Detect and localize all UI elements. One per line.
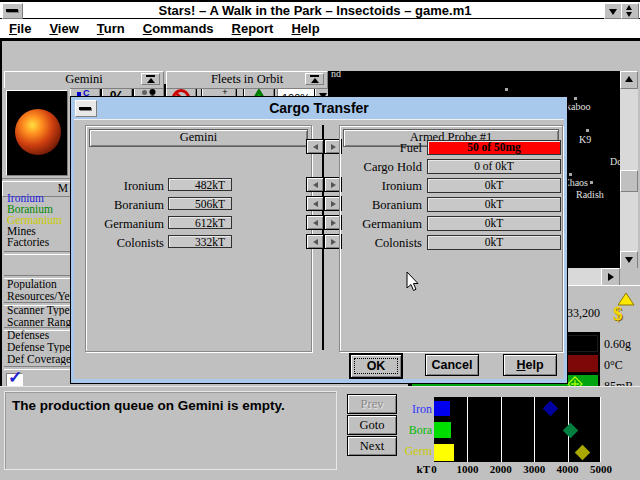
- right-arrow-icon: [331, 220, 336, 226]
- right-arrow-icon: [331, 201, 336, 207]
- tab-gemini-collapse-button[interactable]: [141, 73, 160, 85]
- scroll-right-icon: [608, 273, 614, 281]
- sidebar-item-germanium[interactable]: Germanium: [7, 215, 71, 226]
- sidebar-item-scanner-type[interactable]: Scanner Type: [7, 305, 71, 316]
- right-arrow-icon: [331, 239, 336, 245]
- boranium-transfer-left-button[interactable]: [306, 196, 324, 211]
- left-arrow-icon: [313, 201, 318, 207]
- ok-button[interactable]: OK: [349, 353, 403, 379]
- source-boranium-value: 506kT: [168, 197, 232, 210]
- dest-row-label: Colonists: [342, 236, 422, 251]
- star-name: kaboo: [566, 101, 590, 112]
- tab-gemini-label: Gemini: [5, 72, 163, 87]
- gravity-value: 0.60g: [604, 337, 631, 352]
- system-menu-dash-icon: [6, 9, 18, 12]
- system-menu-button[interactable]: [2, 3, 23, 19]
- sidebar-item-population[interactable]: Population: [7, 279, 71, 290]
- menu-commands[interactable]: Commands: [143, 21, 214, 36]
- left-arrow-icon: [313, 144, 318, 150]
- dest-colonists-gauge: 0kT: [427, 235, 561, 250]
- collapse-icon: [146, 75, 155, 77]
- help-button[interactable]: Help: [503, 354, 557, 376]
- goto-button[interactable]: Goto: [347, 415, 397, 435]
- menu-report[interactable]: Report: [232, 21, 274, 36]
- chart-concentration-diamond: [563, 422, 579, 438]
- menu-turn[interactable]: Turn: [97, 21, 125, 36]
- source-colonists-value: 332kT: [168, 235, 232, 248]
- chart-surface-bar: [434, 401, 450, 416]
- scroll-thumb[interactable]: [620, 170, 638, 192]
- source-row-label: Colonists: [84, 236, 164, 251]
- chart-label-bora: Bora: [400, 423, 432, 438]
- dialog-title-bar[interactable]: Cargo Transfer: [72, 98, 566, 118]
- dest-boranium-gauge: 0kT: [427, 197, 561, 212]
- left-arrow-icon: [313, 182, 318, 188]
- minimize-button[interactable]: [604, 3, 622, 19]
- prev-button-label: Prev: [361, 397, 384, 412]
- dialog-system-menu-button[interactable]: [75, 100, 97, 117]
- sidebar-item-defense-type[interactable]: Defense Type: [7, 342, 71, 353]
- chart-gridline: [501, 397, 502, 462]
- scroll-up-button[interactable]: [620, 71, 638, 89]
- star-dot: [590, 181, 593, 184]
- scroll-down-button[interactable]: [620, 251, 638, 269]
- tab-gemini[interactable]: Gemini: [4, 71, 164, 89]
- star-dot: [574, 97, 577, 100]
- left-arrow-icon: [313, 239, 318, 245]
- sidebar-item-defenses[interactable]: Defenses: [7, 330, 71, 341]
- sidebar-item-resources[interactable]: Resources/Year: [7, 291, 71, 302]
- sidebar-item-mines[interactable]: Mines: [7, 226, 71, 237]
- tab-fleets-in-orbit[interactable]: Fleets in Orbit: [166, 71, 328, 89]
- ok-button-label: OK: [367, 359, 386, 373]
- cancel-button[interactable]: Cancel: [425, 354, 479, 376]
- menu-view[interactable]: View: [49, 21, 78, 36]
- collapse-icon-triangle: [311, 78, 319, 83]
- source-header: Gemini: [89, 129, 308, 147]
- chart-tick-label: 0: [431, 463, 437, 475]
- resources-dollar-icon: $: [613, 303, 623, 325]
- restore-icon-lower: [626, 12, 632, 17]
- ironium-transfer-left-button[interactable]: [306, 177, 324, 192]
- germanium-transfer-left-button[interactable]: [306, 215, 324, 230]
- menu-file[interactable]: File: [9, 21, 31, 36]
- source-row-label: Ironium: [84, 179, 164, 194]
- toolbar: S C %: [0, 41, 640, 71]
- sidebar-item-factories[interactable]: Factories: [7, 237, 71, 248]
- mouse-cursor: [406, 271, 420, 292]
- star-name: K9: [579, 134, 591, 145]
- scroll-right-button[interactable]: [601, 268, 620, 286]
- next-button[interactable]: Next: [347, 436, 397, 456]
- star-dot: [569, 173, 572, 176]
- cargo-hold-gauge: 0 of 0kT: [427, 159, 561, 174]
- dest-row-label: Boranium: [342, 198, 422, 213]
- stars-game-window: Stars! – A Walk in the Park – Insectoids…: [0, 0, 640, 480]
- dest-ironium-gauge: 0kT: [427, 178, 561, 193]
- chart-surface-bar: [434, 422, 451, 438]
- dest-row-label: Cargo Hold: [342, 160, 422, 175]
- menu-help[interactable]: Help: [291, 21, 319, 36]
- sidebar-item-def-coverage[interactable]: Def Coverage: [7, 354, 71, 365]
- fuel-transfer-left-button[interactable]: [306, 139, 324, 154]
- source-header-label: Gemini: [90, 130, 307, 144]
- checkmark-icon: ✓: [8, 367, 22, 388]
- goto-button-label: Goto: [360, 418, 385, 433]
- restore-button[interactable]: [621, 3, 639, 19]
- colonists-transfer-left-button[interactable]: [306, 234, 324, 249]
- minimize-icon: [609, 9, 617, 15]
- menu-bar: File View Turn Commands Report Help: [0, 19, 640, 41]
- sidebar-item-boranium[interactable]: Boranium: [7, 204, 71, 215]
- title-bar: Stars! – A Walk in the Park – Insectoids…: [0, 0, 640, 19]
- star-name: Dc: [610, 156, 620, 167]
- chart-axis-ticks: 010002000300040005000: [434, 463, 602, 476]
- collapse-icon: [310, 75, 319, 77]
- cargo-transfer-dialog: Cargo Transfer Gemini Ironium 482kT Bora…: [70, 96, 568, 384]
- chart-label-germ: Germ: [400, 444, 432, 459]
- prev-button[interactable]: Prev: [347, 394, 397, 414]
- star-dot: [505, 88, 508, 91]
- starmap-vscrollbar[interactable]: [620, 71, 638, 268]
- planet-image[interactable]: [6, 90, 68, 176]
- scroll-down-icon: [625, 257, 633, 263]
- sidebar-item-ironium[interactable]: Ironium: [7, 193, 71, 204]
- tab-fleets-collapse-button[interactable]: [305, 73, 324, 85]
- chart-surface-bar: [434, 444, 454, 461]
